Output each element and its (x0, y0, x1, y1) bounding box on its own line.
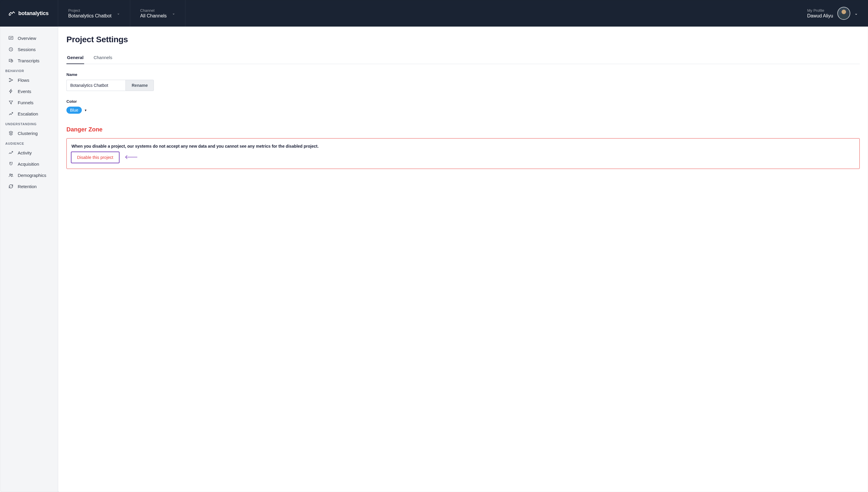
profile-label: My Profile (807, 8, 824, 13)
svg-point-2 (9, 78, 10, 79)
svg-point-3 (9, 81, 10, 82)
color-badge: Blue (67, 106, 82, 114)
color-label: Color (67, 99, 860, 104)
sidebar-item-events[interactable]: Events (0, 85, 58, 97)
project-name-input[interactable] (67, 80, 126, 91)
sidebar-section-behavior: BEHAVIOR (0, 66, 58, 74)
clock-icon (8, 47, 14, 52)
svg-point-6 (11, 174, 13, 175)
brand-logo[interactable]: botanalytics (0, 0, 58, 27)
sidebar-item-demographics[interactable]: Demographics (0, 170, 58, 181)
project-selector[interactable]: Project Botanalytics Chatbot ⌄ (58, 0, 130, 27)
sidebar-item-overview[interactable]: Overview (0, 32, 58, 44)
sidebar-item-label: Escalation (18, 111, 38, 116)
sidebar-item-transcripts[interactable]: Transcripts (0, 55, 58, 66)
funnel-icon (8, 100, 14, 105)
danger-zone-title: Danger Zone (67, 126, 860, 133)
project-label: Project (68, 8, 111, 13)
chevron-down-icon: ⌄ (172, 11, 175, 15)
sidebar-item-label: Sessions (18, 47, 36, 52)
sidebar-item-activity[interactable]: Activity (0, 147, 58, 158)
overview-icon (8, 35, 14, 41)
bolt-icon (8, 89, 14, 94)
sidebar-item-label: Acquisition (18, 162, 39, 167)
color-selector[interactable]: Blue ▼ (67, 106, 860, 114)
sidebar-item-label: Demographics (18, 173, 46, 178)
tab-channels[interactable]: Channels (93, 53, 113, 64)
page-title: Project Settings (67, 35, 860, 44)
brand-mark-icon (8, 9, 16, 17)
sidebar-item-funnels[interactable]: Funnels (0, 97, 58, 108)
chevron-down-icon: ⌄ (117, 11, 120, 15)
sidebar-item-acquisition[interactable]: Acquisition (0, 158, 58, 170)
sidebar-item-retention[interactable]: Retention (0, 181, 58, 192)
users-icon (8, 172, 14, 178)
flows-icon (8, 77, 14, 83)
sidebar-section-understanding: UNDERSTANDING (0, 119, 58, 128)
chevron-down-icon: ⌄ (854, 11, 858, 16)
caret-down-icon: ▼ (84, 109, 87, 112)
annotation-arrow-icon (124, 154, 137, 161)
brand-name: botanalytics (18, 10, 49, 17)
profile-menu[interactable]: My Profile Dawud Aliyu ⌄ (797, 0, 868, 27)
sidebar-item-escalation[interactable]: Escalation (0, 108, 58, 119)
name-label: Name (67, 72, 860, 77)
chat-icon (8, 58, 14, 63)
channel-label: Channel (140, 8, 167, 13)
rename-button[interactable]: Rename (126, 80, 154, 91)
sidebar-section-audience: AUDIENCE (0, 139, 58, 147)
svg-point-4 (12, 80, 13, 81)
sidebar-item-label: Events (18, 89, 31, 94)
sidebar-item-label: Funnels (18, 100, 33, 105)
app-header: botanalytics Project Botanalytics Chatbo… (0, 0, 868, 27)
svg-point-5 (10, 174, 11, 175)
avatar (837, 7, 850, 20)
sidebar-item-label: Overview (18, 36, 36, 41)
sidebar-item-label: Retention (18, 184, 36, 189)
danger-zone-message: When you disable a project, our systems … (72, 144, 855, 149)
tab-general[interactable]: General (67, 53, 84, 64)
sidebar-item-clustering[interactable]: Clustering (0, 128, 58, 139)
sidebar-item-label: Activity (18, 150, 32, 155)
refresh-icon (8, 184, 14, 189)
sidebar-item-sessions[interactable]: Sessions (0, 44, 58, 55)
magnet-icon (8, 161, 14, 167)
sidebar-item-label: Transcripts (18, 58, 40, 63)
profile-name: Dawud Aliyu (807, 13, 833, 19)
settings-tabs: General Channels (67, 53, 860, 64)
layers-icon (8, 130, 14, 136)
disable-project-button[interactable]: Disable this project (72, 152, 119, 163)
danger-zone-box: When you disable a project, our systems … (67, 138, 860, 169)
escalation-icon (8, 111, 14, 116)
channel-value: All Channels (140, 13, 167, 19)
sidebar-item-label: Flows (18, 78, 29, 83)
main-content: Project Settings General Channels Name R… (58, 27, 868, 492)
sidebar: Overview Sessions Transcripts BEHAVIOR F (0, 27, 58, 492)
sidebar-item-label: Clustering (18, 131, 38, 136)
channel-selector[interactable]: Channel All Channels ⌄ (130, 0, 185, 27)
activity-icon (8, 150, 14, 155)
project-value: Botanalytics Chatbot (68, 13, 111, 19)
sidebar-item-flows[interactable]: Flows (0, 74, 58, 85)
